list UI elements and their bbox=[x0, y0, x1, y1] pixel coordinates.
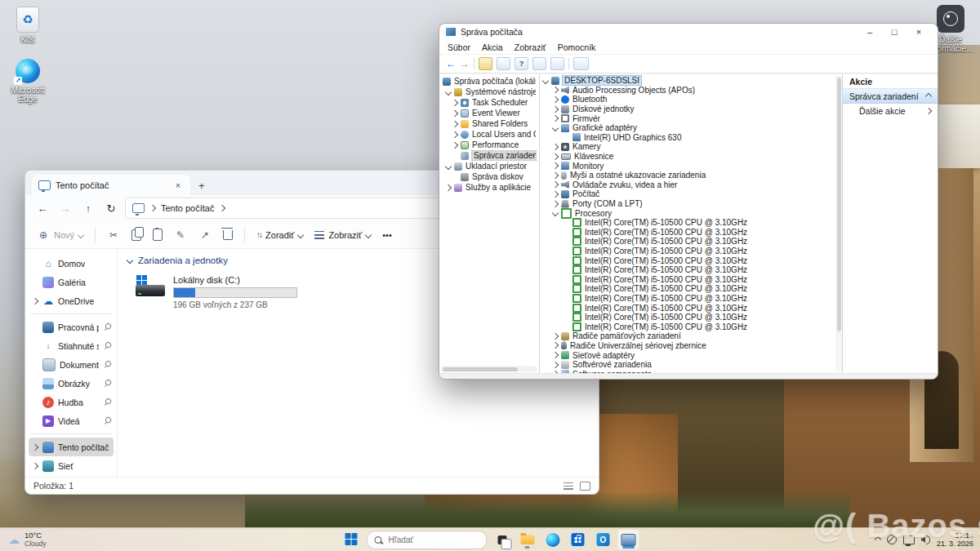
sidebar-item-obrazky[interactable]: Obrázky bbox=[29, 374, 114, 393]
device-tree-item[interactable]: Sieťové adaptéry bbox=[540, 350, 842, 360]
sidebar-item-onedrive[interactable]: ☁ OneDrive bbox=[29, 291, 114, 310]
device-tree-item[interactable]: Bluetooth bbox=[540, 95, 842, 104]
minimize-button[interactable]: – bbox=[858, 24, 882, 40]
share-icon[interactable]: ↗ bbox=[198, 229, 212, 242]
tree-item-shared-folders[interactable]: Shared Folders bbox=[439, 118, 539, 129]
device-tree-item[interactable]: Radiče pamäťových zariadení bbox=[540, 331, 842, 341]
sidebar-item-dokumenty[interactable]: Dokumenty bbox=[29, 355, 114, 374]
sidebar-item-domov[interactable]: ⌂ Domov bbox=[29, 254, 114, 273]
computer-management-button[interactable] bbox=[618, 530, 639, 549]
chevron-right-icon[interactable] bbox=[552, 200, 559, 207]
rename-icon[interactable]: ✎ bbox=[174, 229, 187, 242]
sidebar-item-videa[interactable]: ▶ Videá bbox=[29, 411, 114, 430]
device-tree-item[interactable]: Kamery bbox=[540, 142, 842, 152]
list-view-icon[interactable] bbox=[564, 482, 573, 490]
close-button[interactable]: × bbox=[906, 24, 931, 40]
drive-item-c[interactable]: Lokálny disk (C:) 196 GB voľných z 237 G… bbox=[136, 275, 332, 309]
chevron-right-icon[interactable] bbox=[552, 361, 559, 367]
device-tree-item[interactable]: Intel(R) Core(TM) i5-10500 CPU @ 3.10GHz bbox=[540, 237, 842, 247]
chevron-right-icon[interactable] bbox=[452, 120, 458, 127]
scrollbar-thumb[interactable] bbox=[443, 367, 518, 371]
chevron-right-icon[interactable] bbox=[552, 342, 559, 349]
thumbnail-view-icon[interactable] bbox=[580, 482, 590, 491]
file-explorer-button[interactable] bbox=[517, 530, 538, 549]
device-tree-item[interactable]: Radiče Univerzálnej sériovej zbernice bbox=[540, 341, 842, 351]
chevron-right-icon[interactable] bbox=[552, 171, 559, 178]
cut-icon[interactable]: ✂ bbox=[107, 229, 120, 242]
tree-item-device-manager[interactable]: Správca zariadení bbox=[439, 150, 539, 161]
chevron-right-icon[interactable] bbox=[32, 299, 38, 304]
device-tree-item[interactable]: Intel(R) Core(TM) i5-10500 CPU @ 3.10GHz bbox=[540, 265, 842, 275]
properties-icon[interactable] bbox=[497, 57, 510, 70]
chevron-right-icon[interactable] bbox=[552, 153, 559, 159]
sidebar-item-tento-pocitac[interactable]: Tento počítač bbox=[29, 438, 114, 456]
tab-close-icon[interactable]: × bbox=[172, 180, 184, 190]
paste-icon[interactable] bbox=[153, 229, 163, 241]
address-bar[interactable]: Tento počítač bbox=[125, 198, 463, 219]
device-tree-item[interactable]: Počítač bbox=[540, 189, 842, 199]
sidebar-item-hudba[interactable]: ♪ Hudba bbox=[29, 393, 114, 411]
device-tree-item[interactable]: Procesory bbox=[540, 208, 842, 218]
sidebar-item-galeria[interactable]: Galéria bbox=[29, 273, 114, 291]
device-tree-item[interactable]: Intel(R) Core(TM) i5-10500 CPU @ 3.10GHz bbox=[540, 303, 842, 313]
actions-group-device-manager[interactable]: Správca zariadení bbox=[843, 89, 938, 104]
device-tree-item[interactable]: Monitory bbox=[540, 161, 842, 171]
sort-button[interactable]: ↑↓ Zoradiť bbox=[256, 230, 303, 240]
task-view-button[interactable] bbox=[492, 530, 513, 549]
help-icon[interactable]: ? bbox=[514, 57, 528, 70]
device-tree-item[interactable]: Intel(R) Core(TM) i5-10500 CPU @ 3.10GHz bbox=[540, 228, 842, 238]
new-button[interactable]: ⊕ Nový bbox=[37, 229, 83, 242]
device-tree-item[interactable]: Intel(R) Core(TM) i5-10500 CPU @ 3.10GHz bbox=[540, 256, 842, 265]
chevron-right-icon[interactable] bbox=[552, 352, 559, 358]
chevron-right-icon[interactable] bbox=[452, 109, 458, 116]
back-icon[interactable]: ← bbox=[446, 58, 456, 69]
device-tree-item[interactable]: Intel(R) Core(TM) i5-10500 CPU @ 3.10GHz bbox=[540, 274, 842, 284]
actions-item-more-actions[interactable]: Ďalšie akcie bbox=[843, 104, 938, 118]
tree-item-task-scheduler[interactable]: Task Scheduler bbox=[439, 97, 539, 108]
device-tree-item[interactable]: Intel(R) Core(TM) i5-10500 CPU @ 3.10GHz bbox=[540, 218, 842, 228]
chevron-right-icon[interactable] bbox=[552, 144, 559, 150]
device-tree-item[interactable]: Software components bbox=[540, 369, 842, 373]
device-tree-item[interactable]: Intel(R) Core(TM) i5-10500 CPU @ 3.10GHz bbox=[540, 294, 842, 304]
chevron-down-icon[interactable] bbox=[542, 78, 549, 84]
tree-item-system-tools[interactable]: Systémové nástroje bbox=[439, 87, 539, 97]
tree-item-storage[interactable]: Ukladací priestor bbox=[439, 161, 539, 171]
weather-widget[interactable]: ☁ 10°C Cloudy bbox=[0, 531, 54, 548]
tree-item-services[interactable]: Služby a aplikácie bbox=[439, 182, 539, 193]
device-tree-item[interactable]: Firmvér bbox=[540, 113, 842, 123]
maximize-button[interactable]: □ bbox=[882, 24, 906, 40]
chevron-right-icon[interactable] bbox=[552, 191, 559, 198]
sidebar-item-siet[interactable]: Sieť bbox=[29, 456, 114, 475]
desktop-icon-edge[interactable]: ↗ Microsoft Edge bbox=[2, 59, 54, 104]
copy-icon[interactable] bbox=[131, 229, 141, 241]
device-tree-item[interactable]: Porty (COM a LPT) bbox=[540, 199, 842, 209]
chevron-right-icon[interactable] bbox=[552, 105, 559, 112]
device-tree-item[interactable]: Myši a ostatné ukazovacie zariadenia bbox=[540, 171, 842, 180]
chevron-right-icon[interactable] bbox=[32, 445, 38, 450]
chevron-right-icon[interactable] bbox=[452, 131, 458, 137]
sidebar-item-pracovna-plocha[interactable]: Pracovná plocha bbox=[29, 318, 114, 336]
chevron-down-icon[interactable] bbox=[445, 88, 452, 95]
menu-pomocnik[interactable]: Pomocník bbox=[558, 42, 596, 52]
device-tree-item[interactable]: Klávesnice bbox=[540, 152, 842, 162]
chevron-right-icon[interactable] bbox=[452, 99, 458, 105]
menu-akcia[interactable]: Akcia bbox=[482, 42, 503, 52]
chevron-down-icon[interactable] bbox=[552, 210, 559, 216]
device-tree-item[interactable]: Grafické adaptéry bbox=[540, 123, 842, 133]
new-tab-button[interactable]: + bbox=[198, 180, 205, 192]
up-button[interactable]: ↑ bbox=[79, 202, 97, 215]
chevron-right-icon[interactable] bbox=[452, 141, 458, 148]
device-tree-item[interactable]: Intel(R) Core(TM) i5-10500 CPU @ 3.10GHz bbox=[540, 322, 842, 331]
device-tree-item[interactable]: Diskové jednotky bbox=[540, 104, 842, 114]
device-tree-item[interactable]: Audio Processing Objects (APOs) bbox=[540, 86, 842, 96]
device-tree-item[interactable]: Softvérové zariadenia bbox=[540, 360, 842, 370]
chevron-right-icon[interactable] bbox=[552, 162, 559, 169]
search-input[interactable] bbox=[387, 535, 464, 545]
forward-button[interactable]: → bbox=[56, 202, 74, 215]
taskbar-search[interactable] bbox=[367, 531, 488, 549]
device-tree-item[interactable]: Intel(R) Core(TM) i5-10500 CPU @ 3.10GHz bbox=[540, 313, 842, 322]
tree-item-event-viewer[interactable]: Event Viewer bbox=[439, 108, 539, 118]
chevron-right-icon[interactable] bbox=[552, 333, 559, 340]
store-button[interactable] bbox=[568, 530, 589, 549]
device-tree-item[interactable]: Intel(R) Core(TM) i5-10500 CPU @ 3.10GHz bbox=[540, 284, 842, 294]
